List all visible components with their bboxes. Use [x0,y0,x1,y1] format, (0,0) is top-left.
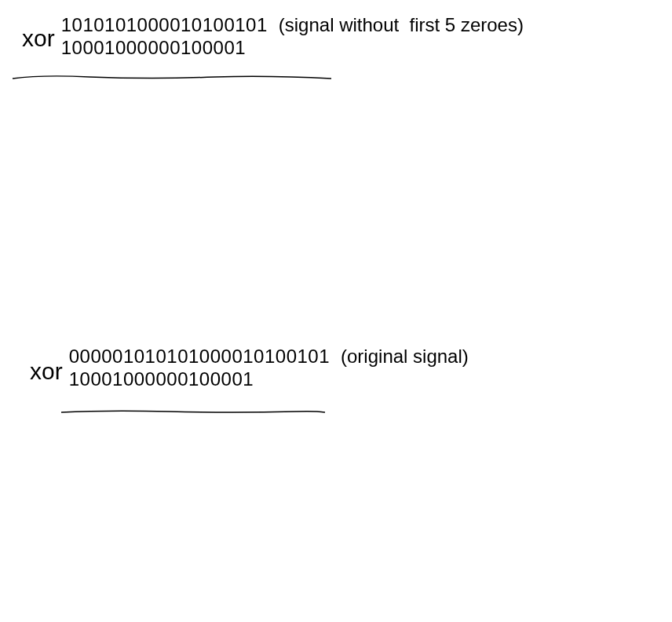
operand-2: 10001000000100001 [61,37,246,60]
operand-row-1: 1010101000010100101 (signal without firs… [61,14,524,37]
operand-row-1: 000001010101000010100101 (original signa… [69,346,469,368]
operand-2: 10001000000100001 [69,368,254,391]
annotation-1: (signal without first 5 zeroes) [279,14,524,36]
xor-label: xor [22,27,55,50]
divider-line-2 [60,408,327,410]
operand-1: 000001010101000010100101 [69,346,330,368]
operands: 1010101000010100101 (signal without firs… [61,14,524,60]
operand-row-2: 10001000000100001 [61,37,524,60]
xor-block-1: xor 1010101000010100101 (signal without … [22,14,524,60]
operand-row-2: 10001000000100001 [69,368,469,391]
xor-label: xor [30,360,63,383]
annotation-2: (original signal) [341,346,469,368]
operands: 000001010101000010100101 (original signa… [69,346,469,391]
operand-1: 1010101000010100101 [61,14,268,37]
xor-block-2: xor 000001010101000010100101 (original s… [30,346,469,391]
divider-line-1 [11,74,333,75]
